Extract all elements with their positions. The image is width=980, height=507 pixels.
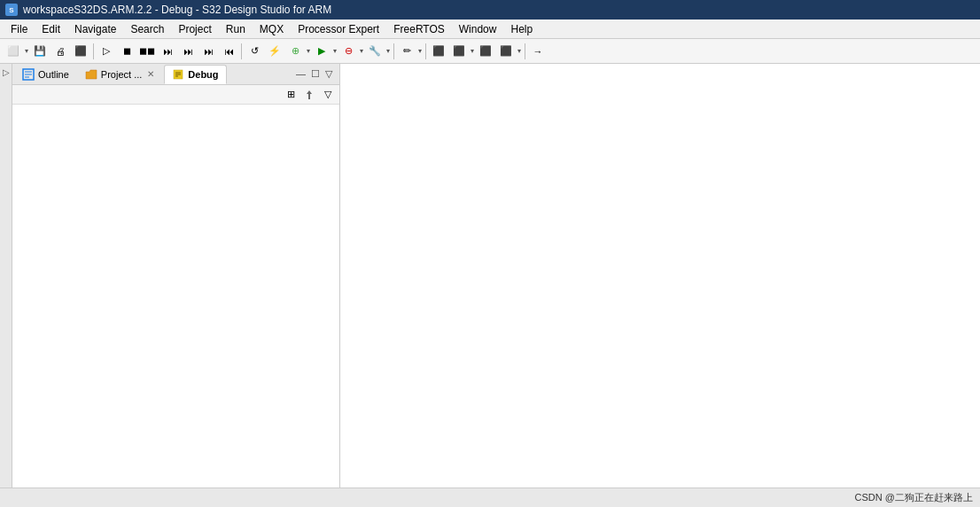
toolbar-refresh-btn[interactable]: ↺ — [245, 42, 264, 61]
toolbar-print-btn[interactable]: 🖨 — [51, 42, 70, 61]
toolbar-debug-start-btn[interactable]: ⊕ — [285, 42, 305, 61]
app-icon: S — [5, 4, 18, 16]
menu-bar: File Edit Navigate Search Project Run MQ… — [0, 20, 980, 39]
menu-search[interactable]: Search — [123, 21, 171, 37]
menu-run[interactable]: Run — [219, 21, 253, 37]
pin-icon — [304, 90, 315, 100]
title-text: workspaceS32DS.ARM.2.2 - Debug - S32 Des… — [23, 4, 331, 16]
toolbar-nav2-btn[interactable]: ⬛ — [476, 42, 495, 61]
toolbar-profile-dropdown[interactable]: ▾ — [385, 45, 391, 57]
toolbar-edit-btn[interactable]: ✏ — [397, 42, 416, 61]
menu-processor-expert[interactable]: Processor Expert — [291, 21, 386, 37]
menu-help[interactable]: Help — [503, 21, 540, 37]
toolbar-sep-5 — [525, 43, 525, 59]
outline-icon — [22, 68, 35, 81]
toolbar-sep-3 — [393, 43, 394, 59]
menu-project[interactable]: Project — [171, 21, 218, 37]
tab-debug[interactable]: Debug — [164, 65, 226, 84]
toolbar-run4-btn[interactable]: ⏭ — [158, 42, 177, 61]
toolbar-run6-btn[interactable]: ⏭ — [198, 42, 218, 61]
menu-edit[interactable]: Edit — [35, 21, 67, 37]
toolbar-nav3-dropdown[interactable]: ▾ — [517, 45, 522, 57]
panel-area: Outline Project ... ✕ Debug — [12, 64, 340, 488]
toolbar-forward-btn[interactable]: → — [528, 42, 548, 61]
toolbar-run3-btn[interactable]: ◼◼ — [137, 42, 157, 61]
toolbar-flash-btn[interactable]: ⚡ — [265, 42, 284, 61]
project-icon — [85, 68, 97, 81]
gutter-arrow[interactable]: ▷ — [3, 67, 10, 77]
panel-collapse-btn[interactable]: ⊞ — [283, 87, 299, 103]
tab-project[interactable]: Project ... ✕ — [77, 65, 164, 84]
toolbar-run5-btn[interactable]: ⏭ — [178, 42, 198, 61]
menu-window[interactable]: Window — [452, 21, 504, 37]
editor-area — [340, 64, 980, 488]
toolbar-run1-btn[interactable]: ▷ — [97, 42, 116, 61]
status-text: CSDN @二狗正在赶来路上 — [855, 491, 973, 504]
main-area: ▷ Outline Project ... ✕ — [0, 64, 980, 488]
toolbar: ⬜ ▾ 💾 🖨 ⬛ ▷ ◼ ◼◼ ⏭ ⏭ ⏭ ⏮ ↺ ⚡ ⊕ ▾ ▶ ▾ ⊖ ▾… — [0, 39, 980, 64]
toolbar-new-btn[interactable]: ⬜ — [4, 42, 23, 61]
toolbar-stop-btn[interactable]: ⊖ — [338, 42, 358, 61]
panel-pin-btn[interactable] — [301, 87, 317, 103]
debug-icon — [172, 68, 184, 81]
toolbar-edit-dropdown[interactable]: ▾ — [417, 45, 423, 57]
toolbar-sep-4 — [425, 43, 426, 59]
tab-minimize-btn[interactable]: — — [294, 68, 307, 80]
toolbar-sep-1 — [93, 43, 94, 59]
toolbar-save-btn[interactable]: 💾 — [30, 42, 50, 61]
tab-bar: Outline Project ... ✕ Debug — [12, 64, 339, 85]
tab-project-label: Project ... — [101, 69, 142, 80]
svg-marker-8 — [307, 90, 312, 99]
toolbar-tool1-btn[interactable]: ⬛ — [71, 42, 90, 61]
panel-dropdown-btn[interactable]: ▽ — [320, 87, 336, 103]
tab-outline[interactable]: Outline — [14, 65, 77, 84]
tab-dropdown-btn[interactable]: ▽ — [323, 68, 334, 80]
tab-outline-label: Outline — [38, 69, 69, 80]
toolbar-debug-start-dropdown[interactable]: ▾ — [306, 45, 311, 57]
toolbar-play-btn[interactable]: ▶ — [312, 42, 331, 61]
left-gutter: ▷ — [0, 64, 12, 488]
toolbar-run7-btn[interactable]: ⏮ — [219, 42, 238, 61]
status-bar: CSDN @二狗正在赶来路上 — [0, 488, 980, 507]
menu-file[interactable]: File — [4, 21, 35, 37]
toolbar-play-dropdown[interactable]: ▾ — [332, 45, 338, 57]
tab-controls: — ☐ ▽ — [294, 68, 338, 80]
toolbar-nav1-btn[interactable]: ⬛ — [449, 42, 469, 61]
tab-maximize-btn[interactable]: ☐ — [309, 68, 322, 80]
toolbar-sep-2 — [241, 43, 242, 59]
panel-content — [12, 105, 339, 488]
toolbar-run2-btn[interactable]: ◼ — [117, 42, 136, 61]
toolbar-nav3-btn[interactable]: ⬛ — [496, 42, 516, 61]
menu-freertos[interactable]: FreeRTOS — [386, 21, 452, 37]
toolbar-new-dropdown[interactable]: ▾ — [24, 45, 29, 57]
toolbar-profile-btn[interactable]: 🔧 — [365, 42, 385, 61]
tab-project-close[interactable]: ✕ — [145, 69, 156, 79]
menu-navigate[interactable]: Navigate — [67, 21, 123, 37]
toolbar-nav1-dropdown[interactable]: ▾ — [470, 45, 475, 57]
toolbar-stop-dropdown[interactable]: ▾ — [359, 45, 364, 57]
title-bar: S workspaceS32DS.ARM.2.2 - Debug - S32 D… — [0, 0, 980, 20]
tab-debug-label: Debug — [188, 69, 218, 80]
toolbar-back-btn[interactable]: ⬛ — [429, 42, 448, 61]
menu-mqx[interactable]: MQX — [253, 21, 291, 37]
panel-toolbar: ⊞ ▽ — [12, 85, 339, 105]
